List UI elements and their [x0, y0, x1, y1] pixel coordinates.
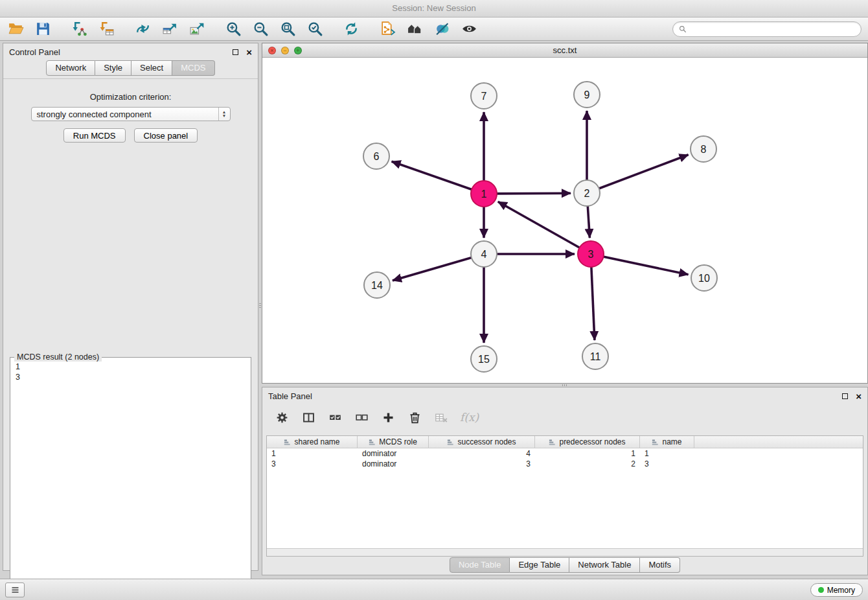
tab-mcds[interactable]: MCDS — [172, 60, 214, 76]
tab-network-table[interactable]: Network Table — [569, 557, 640, 573]
table-cell[interactable]: 4 — [429, 448, 535, 459]
table-cell[interactable]: dominator — [358, 448, 429, 459]
node-14[interactable]: 14 — [364, 272, 390, 298]
zoom-fit-button[interactable] — [279, 20, 297, 38]
optimization-criterion-select[interactable]: strongly connected component ▲▼ — [31, 107, 231, 121]
sort-icon — [549, 439, 556, 446]
tab-select[interactable]: Select — [131, 60, 172, 76]
table-row[interactable]: 1dominator411 — [267, 448, 863, 459]
deselect-all-button[interactable] — [354, 410, 369, 425]
toolbar-group — [6, 20, 52, 38]
table-horizontal-scrollbar[interactable] — [267, 548, 863, 556]
open-folder-button[interactable] — [6, 20, 25, 38]
memory-button[interactable]: Memory — [810, 583, 863, 597]
run-mcds-button[interactable]: Run MCDS — [63, 128, 126, 143]
column-header-mcds-role[interactable]: MCDS role — [358, 436, 429, 448]
tab-motifs[interactable]: Motifs — [640, 557, 680, 573]
node-2[interactable]: 2 — [574, 180, 600, 206]
first-neighbors-button[interactable] — [405, 20, 424, 38]
zoom-selected-button[interactable] — [306, 20, 324, 38]
node-11[interactable]: 11 — [582, 343, 608, 369]
table-body: 1dominator4113dominator323 — [267, 448, 863, 469]
list-icon — [10, 585, 20, 595]
network-window-titlebar: × − + scc.txt — [262, 43, 867, 58]
horizontal-splitter-handle[interactable] — [557, 384, 571, 387]
edge-2-8[interactable] — [587, 155, 689, 193]
edge-3-10[interactable] — [591, 254, 689, 275]
table-toolbar: f(x) — [262, 404, 867, 430]
node-10[interactable]: 10 — [691, 265, 717, 291]
network-canvas[interactable]: 7968124314101511 — [262, 58, 867, 383]
import-network-button[interactable] — [70, 20, 88, 38]
table-row[interactable]: 3dominator323 — [267, 459, 863, 469]
node-1[interactable]: 1 — [471, 181, 497, 207]
table-cell[interactable]: 2 — [535, 459, 640, 469]
node-8[interactable]: 8 — [691, 136, 716, 162]
table-cell[interactable]: 1 — [535, 448, 640, 459]
tab-style[interactable]: Style — [95, 60, 131, 76]
column-header-predecessor-nodes[interactable]: predecessor nodes — [535, 436, 640, 448]
node-9[interactable]: 9 — [574, 82, 600, 108]
plus-button[interactable] — [380, 410, 396, 425]
zoom-in-icon — [225, 21, 242, 37]
tab-network[interactable]: Network — [46, 60, 95, 76]
column-header-shared-name[interactable]: shared name — [267, 436, 358, 448]
columns-button[interactable] — [301, 410, 316, 425]
node-15[interactable]: 15 — [471, 346, 497, 372]
table-panel: Table Panel × f(x) shared nameMCDS roles… — [262, 387, 868, 575]
edge-3-1[interactable] — [498, 202, 591, 254]
refresh-button[interactable] — [342, 20, 360, 38]
selected-option-label: strongly connected component — [37, 110, 152, 119]
node-7[interactable]: 7 — [471, 83, 497, 109]
table-float-panel-icon[interactable] — [842, 393, 848, 399]
zoom-in-button[interactable] — [224, 20, 242, 38]
export-image-button[interactable] — [188, 20, 206, 38]
export-table-button[interactable] — [161, 20, 179, 38]
column-header-successor-nodes[interactable]: successor nodes — [429, 436, 535, 448]
close-panel-icon[interactable]: × — [246, 48, 252, 56]
search-box[interactable] — [672, 21, 862, 37]
close-window-button[interactable]: × — [268, 47, 276, 54]
tab-node-table[interactable]: Node Table — [450, 557, 510, 573]
sort-icon — [369, 439, 376, 446]
vertical-splitter-handle[interactable] — [258, 298, 262, 312]
style-button[interactable] — [433, 20, 451, 38]
maximize-window-button[interactable]: + — [294, 47, 302, 54]
node-3[interactable]: 3 — [578, 241, 604, 267]
memory-status-dot — [818, 587, 824, 593]
edge-1-6[interactable] — [392, 161, 484, 194]
node-4[interactable]: 4 — [471, 241, 497, 267]
table-cell[interactable]: dominator — [358, 459, 429, 469]
save-button[interactable] — [34, 20, 52, 38]
table-cell[interactable]: 1 — [640, 448, 694, 459]
gear-button[interactable] — [274, 410, 290, 425]
table-cell[interactable]: 3 — [640, 459, 694, 469]
trash-button[interactable] — [407, 410, 422, 425]
table-cell[interactable]: 3 — [429, 459, 535, 469]
table-close-panel-icon[interactable]: × — [856, 392, 862, 400]
show-panels-button[interactable] — [5, 583, 25, 597]
import-table-button[interactable] — [97, 20, 115, 38]
select-all-button[interactable] — [327, 410, 343, 425]
search-input[interactable] — [690, 24, 856, 34]
table-panel-header: Table Panel × — [262, 387, 867, 404]
edge-4-14[interactable] — [393, 254, 484, 281]
tab-edge-table[interactable]: Edge Table — [510, 557, 569, 573]
float-panel-icon[interactable] — [233, 49, 238, 55]
layout-button[interactable] — [133, 20, 152, 38]
eye-button[interactable] — [460, 20, 478, 38]
table-cell[interactable]: 3 — [267, 459, 358, 469]
refresh-icon — [343, 21, 360, 37]
column-header-name[interactable]: name — [640, 436, 694, 448]
sort-icon — [652, 439, 659, 446]
node-6[interactable]: 6 — [363, 143, 389, 169]
table-header-row: shared nameMCDS rolesuccessor nodesprede… — [267, 436, 863, 448]
toolbar-group — [133, 20, 206, 38]
minimize-window-button[interactable]: − — [281, 47, 289, 54]
toolbar-group — [224, 20, 324, 38]
close-panel-button[interactable]: Close panel — [134, 128, 198, 143]
copy-network-button[interactable] — [378, 20, 396, 38]
svg-text:14: 14 — [371, 280, 383, 291]
table-cell[interactable]: 1 — [267, 448, 358, 459]
zoom-out-button[interactable] — [251, 20, 269, 38]
